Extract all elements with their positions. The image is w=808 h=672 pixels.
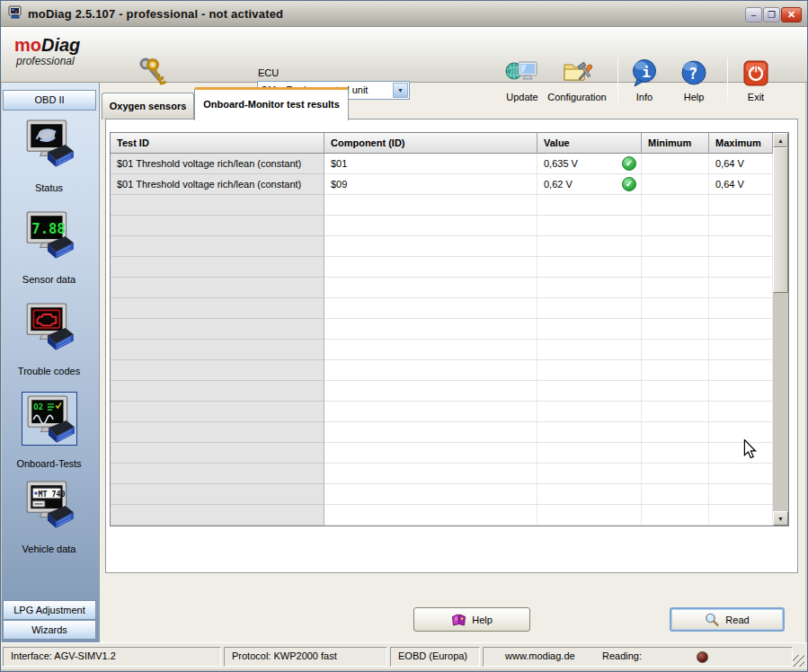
cell-value [537, 236, 642, 257]
maximize-button[interactable]: ❐ [763, 7, 780, 22]
sidebar-item-trouble-codes[interactable]: Trouble codes [0, 300, 98, 376]
cell-value [537, 319, 642, 340]
cell-minimum [642, 402, 709, 422]
status-right-panel: www.modiag.de Reading: [483, 647, 793, 667]
column-header-value[interactable]: Value [537, 133, 642, 154]
column-header-maximum[interactable]: Maximum [709, 133, 773, 154]
cell-maximum [709, 298, 773, 319]
brand-mo: mo [14, 35, 41, 55]
table-row[interactable] [111, 195, 773, 216]
cell-value [537, 484, 642, 505]
vertical-scrollbar[interactable]: ▲ ▼ [773, 133, 788, 526]
cell-component-id [324, 236, 537, 257]
sidebar-button-wizards[interactable]: Wizards [3, 620, 96, 640]
cell-test-id [111, 484, 324, 505]
configuration-button[interactable]: Configuration [546, 56, 608, 102]
cell-test-id: $01 Threshold voltage rich/lean (constan… [111, 154, 324, 174]
table-row[interactable] [111, 505, 773, 526]
cell-component-id [324, 298, 537, 319]
exit-button[interactable]: Exit [731, 56, 781, 102]
read-button[interactable]: Read [670, 607, 785, 632]
info-balloon-icon: i [619, 56, 670, 90]
table-row[interactable]: $01 Threshold voltage rich/lean (constan… [111, 174, 773, 195]
cell-minimum [642, 484, 709, 505]
cell-test-id [111, 319, 324, 340]
cell-value [537, 278, 642, 298]
table-row[interactable] [111, 278, 773, 298]
chevron-down-icon[interactable]: ▼ [393, 83, 408, 98]
cell-minimum [642, 278, 709, 298]
table-row[interactable] [111, 298, 773, 319]
column-header-minimum[interactable]: Minimum [642, 133, 709, 154]
cell-maximum [709, 236, 773, 257]
table-row[interactable] [111, 422, 773, 443]
update-button[interactable]: Update [493, 56, 551, 102]
cell-value [537, 381, 642, 402]
cell-test-id [111, 195, 324, 216]
table-row[interactable] [111, 216, 773, 236]
sidebar-item-status[interactable]: Status [0, 117, 98, 193]
cell-component-id [324, 195, 537, 216]
scrollbar-thumb[interactable] [773, 147, 788, 293]
table-row[interactable] [111, 443, 773, 464]
vehicle-monitor-icon: MT 740 [23, 480, 75, 532]
table-row[interactable] [111, 464, 773, 484]
cell-test-id [111, 464, 324, 484]
cell-component-id [324, 319, 537, 340]
cell-test-id [111, 381, 324, 402]
tab-page: Test ID Component (ID) Value Minimum Max… [105, 119, 798, 573]
cell-minimum [642, 298, 709, 319]
tab-oxygen-sensors[interactable]: Oxygen sensors [102, 93, 194, 119]
cell-test-id [111, 216, 324, 236]
cell-maximum [709, 278, 773, 298]
info-button[interactable]: i Info [619, 56, 670, 102]
table-row[interactable] [111, 319, 773, 340]
sidebar-button-lpg-adjustment[interactable]: LPG Adjustment [3, 600, 96, 620]
minimize-button[interactable]: – [745, 7, 762, 22]
cell-maximum [709, 402, 773, 422]
resize-grip[interactable] [793, 655, 804, 667]
cell-minimum [642, 505, 709, 526]
cell-value: 0,635 V✓ [537, 154, 642, 174]
cell-test-id [111, 402, 324, 422]
cell-component-id [324, 464, 537, 484]
help-button[interactable]: Help [413, 607, 530, 632]
sidebar-item-label: Trouble codes [0, 366, 98, 376]
reading-label: Reading: [602, 650, 642, 661]
table-row[interactable] [111, 340, 773, 360]
sidebar-item-onboard-tests[interactable]: O2 Onboard-Tests [0, 392, 98, 469]
table-row[interactable] [111, 236, 773, 257]
cell-value [537, 505, 642, 526]
cell-value [537, 443, 642, 464]
cell-minimum [642, 154, 709, 174]
close-button[interactable]: ✕ [781, 7, 802, 22]
status-protocol: Protocol: KWP2000 fast [224, 647, 387, 667]
table-row[interactable] [111, 257, 773, 278]
cell-maximum [709, 216, 773, 236]
table-row[interactable] [111, 381, 773, 402]
question-circle-icon: ? [669, 56, 719, 90]
scroll-down-icon[interactable]: ▼ [773, 511, 788, 526]
table-row[interactable] [111, 484, 773, 505]
table-row[interactable]: $01 Threshold voltage rich/lean (constan… [111, 154, 773, 174]
help-toolbar-button[interactable]: ? Help [669, 56, 719, 102]
column-header-test-id[interactable]: Test ID [111, 133, 324, 154]
title-bar[interactable]: moDiag 2.5.107 - professional - not acti… [1, 1, 807, 27]
table-row[interactable] [111, 402, 773, 422]
cell-value [537, 402, 642, 422]
column-header-component-id[interactable]: Component (ID) [324, 133, 537, 154]
website-link[interactable]: www.modiag.de [505, 650, 575, 661]
help-toolbar-label: Help [669, 92, 719, 102]
table-body: $01 Threshold voltage rich/lean (constan… [111, 154, 773, 526]
cell-value [537, 360, 642, 381]
cell-component-id [324, 340, 537, 360]
sidebar-item-vehicle-data[interactable]: MT 740 Vehicle data [0, 478, 98, 554]
tab-onboard-monitor-test-results[interactable]: Onboard-Monitor test results [194, 87, 349, 120]
info-label: Info [619, 92, 670, 102]
scroll-up-icon[interactable]: ▲ [773, 133, 788, 147]
sidebar-header-obd2[interactable]: OBD II [3, 90, 96, 111]
sidebar-item-sensor-data[interactable]: 7.88 Sensor data [0, 208, 98, 285]
table-row[interactable] [111, 360, 773, 381]
cell-maximum [709, 360, 773, 381]
cell-minimum [642, 381, 709, 402]
